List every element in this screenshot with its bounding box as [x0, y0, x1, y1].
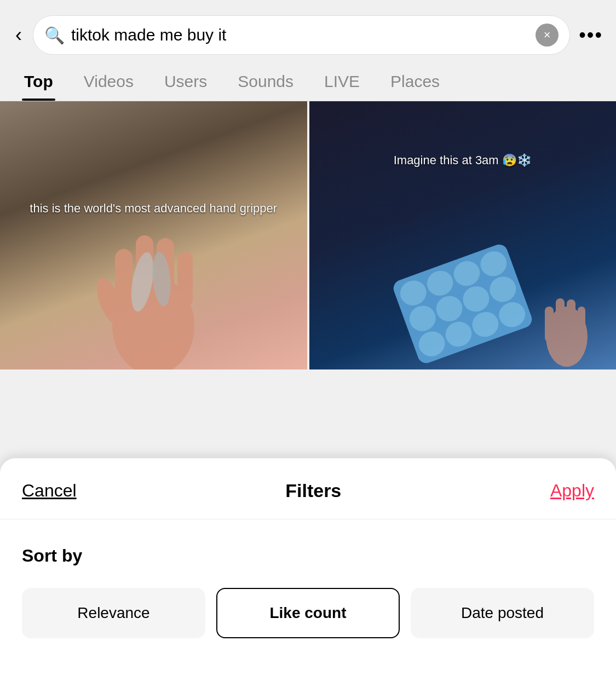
header: ‹ 🔍 tiktok made me buy it × •••	[0, 0, 616, 63]
svg-rect-10	[556, 298, 565, 339]
sort-by-label: Sort by	[22, 546, 594, 566]
tab-users[interactable]: Users	[149, 63, 222, 101]
tab-live[interactable]: LIVE	[309, 63, 375, 101]
sheet-header: Cancel Filters Apply	[0, 458, 616, 519]
tab-places[interactable]: Places	[375, 63, 455, 101]
svg-rect-9	[545, 307, 554, 342]
video-caption-1: this is the world's most advanced hand g…	[15, 197, 291, 220]
clear-search-button[interactable]: ×	[536, 24, 559, 47]
video-caption-2: Imagine this at 3am 😰❄️	[325, 149, 601, 172]
sort-option-date-posted[interactable]: Date posted	[411, 588, 594, 638]
hand-holding-image	[534, 282, 600, 369]
more-options-button[interactable]: •••	[579, 24, 603, 47]
sort-option-like-count[interactable]: Like count	[216, 588, 400, 638]
svg-rect-4	[177, 252, 193, 307]
sheet-body: Sort by Relevance Like count Date posted	[0, 519, 616, 660]
video-thumbnail-1[interactable]: this is the world's most advanced hand g…	[0, 101, 307, 369]
apply-button[interactable]: Apply	[550, 481, 594, 501]
tab-videos[interactable]: Videos	[68, 63, 149, 101]
svg-rect-11	[567, 299, 575, 339]
tab-top[interactable]: Top	[9, 63, 68, 101]
sort-options: Relevance Like count Date posted	[22, 588, 594, 638]
search-query-text: tiktok made me buy it	[71, 26, 529, 44]
video-grid: this is the world's most advanced hand g…	[0, 101, 616, 369]
sort-option-relevance[interactable]: Relevance	[22, 588, 205, 638]
tab-sounds[interactable]: Sounds	[222, 63, 309, 101]
svg-rect-12	[578, 307, 585, 339]
filter-bottom-sheet: Cancel Filters Apply Sort by Relevance L…	[0, 458, 616, 693]
search-tabs: Top Videos Users Sounds LIVE Places	[0, 63, 616, 101]
hand-gripper-image	[82, 194, 224, 369]
ice-tray-image	[391, 242, 534, 366]
back-button[interactable]: ‹	[13, 23, 24, 47]
search-icon: 🔍	[44, 26, 65, 45]
clear-icon: ×	[544, 28, 551, 42]
filters-title: Filters	[285, 480, 341, 501]
cancel-button[interactable]: Cancel	[22, 481, 77, 501]
video-thumbnail-2[interactable]: Imagine this at 3am 😰❄️	[309, 101, 617, 369]
search-bar[interactable]: 🔍 tiktok made me buy it ×	[33, 15, 570, 55]
